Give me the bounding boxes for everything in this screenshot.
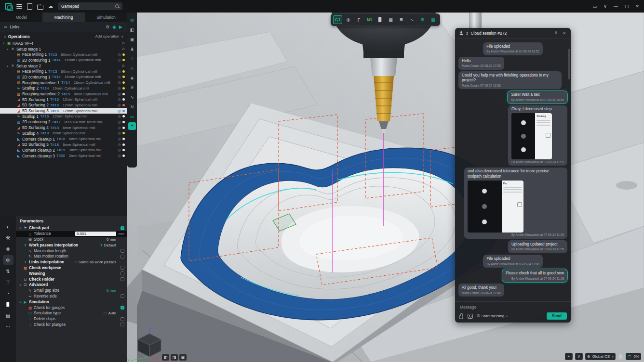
links-row[interactable]: ∞ Links ⚙ ◉ ▶ [0,22,127,32]
message-input[interactable] [459,304,569,310]
parameter-checkbox[interactable] [121,226,124,230]
start-meeting-button[interactable]: ✆ Start meeting ∧ [477,314,508,318]
parameter-checkbox[interactable] [121,249,124,253]
expander-icon[interactable]: ∨ [19,226,22,230]
parameter-row[interactable]: ↓ Check for plunges [16,322,127,328]
machine-sidebar-icon[interactable]: ⊤ [128,55,136,63]
machine-sidebar-icon[interactable]: ▭ [128,113,136,120]
tools-sidebar-icon[interactable]: ⚙ [3,255,13,265]
close-icon[interactable]: ✕ [562,31,567,36]
operation-row[interactable]: ◢ 5D Surfacing 1 T#16 12mm Spherical mil… [0,97,127,103]
mode-tab[interactable]: Model [0,13,42,22]
add-operation-button[interactable]: Add operation [95,34,119,39]
visibility-icon[interactable]: ◎ [118,126,121,130]
operation-row[interactable]: ◢ 5D Surfacing 2 T#16 12mm Spherical mil… [0,103,127,108]
scrollbar[interactable] [568,49,570,79]
parameter-checkbox[interactable] [121,323,124,326]
visibility-icon[interactable]: ◎ [118,80,121,85]
machine-sidebar-icon[interactable]: ⚙ [128,16,136,24]
chevron-down-icon[interactable]: ∨ [121,35,123,39]
visibility-icon[interactable]: ◎ [118,114,121,118]
view-preset-icon[interactable]: ▣ [179,354,187,361]
parameter-row[interactable]: ▦ Check for gouges [16,305,127,310]
operation-row[interactable]: ▥ 2D contouring 1 T#14 16mm Cylindrical … [0,74,127,80]
tools-sidebar-icon[interactable]: ◐ [3,222,13,232]
parameter-value[interactable]: Auto [108,311,116,315]
operation-row[interactable]: ∨ ▣ HAAS VF-4 ⊘ [0,40,127,46]
machine-sidebar-icon[interactable]: ❝ [128,122,136,130]
operation-row[interactable]: ◢ 5D Surfacing 3 T#16 12mm Spherical mil… [0,108,127,114]
message-bubble[interactable]: Could you help me with finishing operati… [458,71,562,89]
message-bubble[interactable]: File uploaded By Andrei Khavaniuk at 20-… [483,42,543,55]
parameter-checkbox[interactable] [121,277,124,281]
progress-indicator[interactable]: 0% [626,353,641,360]
operation-row[interactable]: ◢ 5D Surfacing 4 T#18 6mm Spherical mill… [0,125,127,130]
window-control-icon[interactable]: ▢ [625,4,629,9]
operation-row[interactable]: ∿ Scallop 4 T#18 6mm Spherical mill ◎ [0,130,127,136]
tools-sidebar-icon[interactable]: ◔ [3,288,13,298]
viewport-toolbar-button[interactable]: ◎ [344,15,353,24]
visibility-icon[interactable]: ⊘ [121,41,125,45]
parameter-row[interactable]: ↩ Reverse side [16,294,127,299]
expander-icon[interactable]: ∨ [2,41,5,45]
message-bubble[interactable]: File uploaded By Andrei Khavaniuk at 07-… [483,255,542,268]
visibility-icon[interactable]: ◎ [118,142,121,147]
main-menu-icon[interactable] [16,4,22,9]
parameter-checkbox[interactable] [121,272,124,275]
machine-sidebar-icon[interactable]: ♟ [128,45,136,53]
visibility-icon[interactable]: ◎ [118,131,121,135]
search-icon[interactable] [115,4,119,8]
operation-row[interactable]: ▤ Face Milling 1 T#13 60mm Cylindrical m… [0,68,127,74]
global-cs-button[interactable]: ⊕ Global CS ∨ [585,353,616,360]
parameter-value[interactable]: Same as work passes [79,260,116,264]
visibility-icon[interactable]: ⊘ [121,47,125,51]
viewport-toolbar-button[interactable]: G1 [333,15,342,24]
parameter-row[interactable]: ▭ Simulation type ▭ Auto [16,310,127,316]
tools-sidebar-icon[interactable]: ⊤ [3,277,13,287]
operation-row[interactable]: ◣ Corners cleanup 1 T#18 6mm Spherical m… [0,136,127,142]
machine-sidebar-icon[interactable]: ◧ [128,26,136,34]
expander-icon[interactable]: ∨ [6,47,9,51]
operation-row[interactable]: ◣ Corners cleanup 3 T#20 2mm Spherical m… [0,153,127,159]
parameter-row[interactable]: ↘ Max motion length [16,248,127,254]
links-action-icon[interactable]: ▶ [118,25,123,29]
chat-header[interactable]: 2 Cloud session #272 ✕ [455,28,571,39]
visibility-icon[interactable]: ◎ [118,58,121,62]
tools-sidebar-icon[interactable]: ⇅ [3,266,13,276]
message-image-attachment[interactable]: Strateg [511,113,552,159]
visibility-icon[interactable]: ◎ [118,92,121,96]
parameter-checkbox[interactable] [121,266,124,270]
collapse-icon[interactable]: ∧ [4,35,6,39]
parameter-value[interactable]: 0.001 [75,232,116,236]
operation-row[interactable]: ∿ Scallop 2 T#14 16mm Cylindrical mill ◎ [0,86,127,91]
parameter-checkbox[interactable] [121,294,124,298]
mode-tab[interactable]: Simulation [85,13,127,22]
visibility-icon[interactable]: ◎ [118,75,121,79]
visibility-icon[interactable]: ◎ [118,137,121,141]
open-folder-icon[interactable] [37,5,43,10]
machine-sidebar-icon[interactable]: ∩ [128,65,136,72]
operation-row[interactable]: ∨ ✕ Setup stage 2 ⊘ [0,63,127,69]
tools-sidebar-icon[interactable]: ⋯ [3,322,13,331]
cloud-sync-icon[interactable]: ☁ [48,4,53,9]
visibility-icon[interactable]: ◎ [118,154,121,158]
message-bubble[interactable]: Sure! Wait a sec By Andrei Khavaniuk at … [508,91,567,104]
window-control-icon[interactable]: ✕ [635,4,639,9]
view-preset-icon[interactable]: ◧ [162,354,169,361]
parameter-row[interactable]: Weaving [16,271,127,276]
tools-sidebar-icon[interactable]: ✚ [3,244,13,254]
visibility-icon[interactable]: ◎ [118,148,121,152]
expand-image-icon[interactable] [546,133,550,138]
parameter-row[interactable]: ∨ ☑ Advanced [16,282,127,288]
parameter-row[interactable]: ↻ Max motion rotation [16,254,127,259]
viewport-toolbar-button[interactable]: Ƒ [354,15,363,24]
message-bubble[interactable]: Okay, I decreased step Strateg By Andrei… [508,105,567,166]
pin-icon[interactable] [553,31,559,36]
expander-icon[interactable]: ∨ [6,64,9,67]
operation-row[interactable]: ∿ Scallop 1 T#16 12mm Spherical mill ◎ [0,114,127,119]
parameter-row[interactable]: ∨ ▶ Simulation [16,299,127,305]
visibility-icon[interactable]: ◎ [118,120,121,124]
visibility-icon[interactable]: ⊘ [121,64,125,68]
tools-sidebar-icon[interactable]: ⚒ [3,233,13,243]
new-file-icon[interactable] [27,3,32,10]
